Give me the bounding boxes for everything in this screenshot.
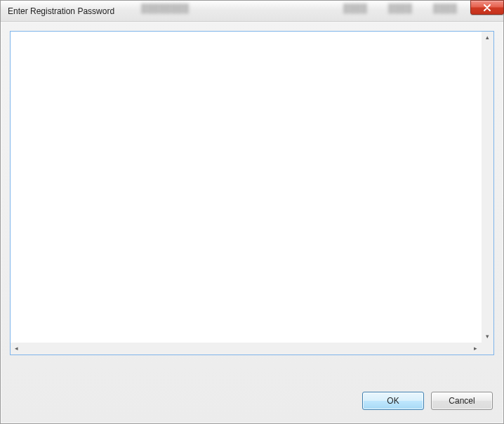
cancel-button-label: Cancel: [449, 396, 475, 406]
cancel-button[interactable]: Cancel: [431, 392, 493, 410]
scroll-left-icon[interactable]: ◂: [11, 343, 22, 355]
client-area: ▴ ▾ ◂ ▸ OK Cancel: [1, 22, 503, 423]
dialog-button-row: OK Cancel: [362, 392, 493, 410]
titlebar-background-text: ████: [343, 4, 367, 13]
window-title: Enter Registration Password: [8, 6, 114, 16]
horizontal-scrollbar[interactable]: ◂ ▸: [11, 343, 482, 355]
titlebar-background-text: ████: [388, 4, 412, 13]
titlebar[interactable]: Enter Registration Password ████████ ███…: [1, 1, 503, 22]
scroll-corner: [482, 343, 493, 355]
dialog-window: Enter Registration Password ████████ ███…: [0, 0, 504, 424]
registration-password-field-frame: ▴ ▾ ◂ ▸: [10, 31, 494, 355]
scroll-right-icon[interactable]: ▸: [470, 343, 482, 355]
scroll-down-icon[interactable]: ▾: [482, 331, 493, 343]
vertical-scrollbar[interactable]: ▴ ▾: [482, 32, 493, 343]
registration-password-field-inner: [11, 32, 482, 343]
ok-button-label: OK: [387, 396, 399, 406]
registration-password-input[interactable]: [11, 32, 482, 343]
scroll-up-icon[interactable]: ▴: [482, 32, 493, 44]
close-icon: [483, 4, 491, 11]
close-button[interactable]: [470, 0, 504, 15]
ok-button[interactable]: OK: [362, 392, 424, 410]
titlebar-background-text: ████████: [141, 4, 189, 13]
titlebar-background-text: ████: [433, 4, 457, 13]
